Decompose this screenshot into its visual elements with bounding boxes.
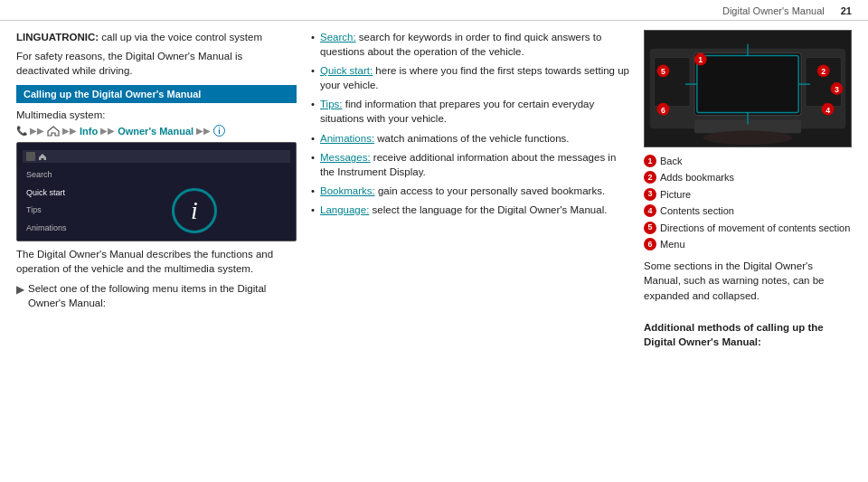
nav-info-link[interactable]: Info [80,126,98,137]
list-item: Tips: find information that prepares you… [311,97,629,126]
num-text-5: Directions of movement of contents secti… [660,222,850,235]
screen-menu: Search Quick start Tips Animations Messa… [23,166,95,241]
arrow-icon: ▶ [16,282,24,310]
nav-arrow-4: ▶▶ [196,126,211,136]
mid-col: Search: search for keywords in order to … [311,30,629,468]
nav-owners-manual-link[interactable]: Owner's Manual [118,126,193,137]
svg-point-23 [703,130,792,145]
svg-text:5: 5 [661,67,665,76]
svg-rect-2 [694,53,801,116]
bullet-text-tips: find information that prepares you for c… [320,99,594,124]
screen-mockup: Search Quick start Tips Animations Messa… [16,142,297,241]
bullet-list: Search: search for keywords in order to … [311,30,629,217]
bullet-text-bookmarks: gain access to your personally saved boo… [375,185,605,196]
info-circle-icon: i [213,125,225,137]
svg-text:2: 2 [821,67,826,76]
screen-menu-messages: Messages [23,237,95,241]
nav-breadcrumb: 📞 ▶▶ ▶▶ Info ▶▶ Owner's Manual ▶▶ i [16,125,297,137]
bullet-text-language: select the language for the Digital Owne… [369,204,607,215]
nav-arrow-1: ▶▶ [30,126,44,136]
num-text-1: Back [660,155,682,168]
bullet-link-tips[interactable]: Tips: [320,99,343,109]
svg-rect-4 [655,58,690,107]
phone-icon: 📞 [16,126,27,136]
screen-home-btn [26,152,35,161]
linguatronic-label: LINGUATRONIC: [16,32,99,43]
list-item: Language: select the language for the Di… [311,203,629,217]
num-badge-6: 6 [644,238,656,250]
svg-text:4: 4 [826,106,830,115]
bullet-link-animations[interactable]: Animations: [320,133,374,144]
numbered-item-5: 5 Directions of movement of contents sec… [644,222,852,235]
bullet-link-search[interactable]: Search: [320,32,356,43]
list-item: Animations: watch animations of the vehi… [311,131,629,146]
header-title: Digital Owner's Manual [722,5,825,16]
calling-box: Calling up the Digital Owner's Manual [16,85,297,103]
home-icon [47,126,60,137]
num-badge-3: 3 [644,188,656,201]
page-header: Digital Owner's Manual 21 [0,0,868,21]
right-para2-bold: Additional methods of calling up the Dig… [644,322,824,347]
left-col: LINGUATRONIC: call up via the voice cont… [16,30,297,468]
num-text-4: Contents section [660,204,734,218]
bullet-text-search: search for keywords in order to find qui… [320,32,601,57]
page-container: Digital Owner's Manual 21 LINGUATRONIC: … [0,0,868,482]
num-badge-1: 1 [644,155,656,167]
bullet-link-messages[interactable]: Messages: [320,152,371,163]
car-diagram-svg: 1 2 3 4 5 6 [645,31,851,146]
arrow-text: Select one of the following menu items i… [28,281,297,310]
svg-text:3: 3 [835,85,839,94]
numbered-item-1: 1 Back [644,155,852,168]
right-para1: Some sections in the Digital Owner's Man… [644,259,852,302]
header-page-num: 21 [841,5,852,16]
num-text-6: Menu [660,238,685,251]
bullet-link-bookmarks[interactable]: Bookmarks: [320,185,375,196]
screen-menu-quickstart: Quick start [23,184,95,203]
nav-arrow-3: ▶▶ [100,126,115,136]
screen-home-icon [38,153,47,161]
bullet-link-language[interactable]: Language: [320,204,369,215]
svg-text:1: 1 [698,55,703,64]
main-content: LINGUATRONIC: call up via the voice cont… [0,21,868,476]
arrow-item: ▶ Select one of the following menu items… [16,281,297,310]
bullet-link-quickstart[interactable]: Quick start: [320,65,373,76]
bullet-text-animations: watch animations of the vehicle function… [374,133,569,144]
num-badge-5: 5 [644,222,656,234]
para1: LINGUATRONIC: call up via the voice cont… [16,30,297,44]
para3: The Digital Owner's Manual describes the… [16,247,297,276]
right-col: 1 2 3 4 5 6 [644,30,852,468]
screen-info-area: i [99,166,290,241]
numbered-item-2: 2 Adds bookmarks [644,171,852,184]
list-item: Quick start: here is where you find the … [311,63,629,92]
svg-text:6: 6 [661,106,665,115]
screen-menu-animations: Animations [23,220,95,238]
screen-menu-tips: Tips [23,202,95,220]
num-badge-2: 2 [644,171,656,184]
num-badge-4: 4 [644,204,656,217]
numbered-list: 1 Back 2 Adds bookmarks 3 Picture 4 Cont… [644,155,852,251]
list-item: Bookmarks: gain access to your personall… [311,184,629,198]
big-i-circle: i [172,188,217,233]
list-item: Messages: receive additional information… [311,150,629,179]
screen-menu-search: Search [23,166,95,184]
para1-text: call up via the voice control system [99,32,262,43]
car-diagram-box: 1 2 3 4 5 6 [644,30,852,147]
num-text-3: Picture [660,188,691,202]
numbered-item-4: 4 Contents section [644,204,852,218]
screen-body: Search Quick start Tips Animations Messa… [23,166,290,241]
list-item: Search: search for keywords in order to … [311,30,629,59]
para2: For safety reasons, the Digital Owner's … [16,49,297,78]
numbered-item-3: 3 Picture [644,188,852,202]
nav-arrow-2: ▶▶ [62,126,77,136]
screen-nav-bar [23,150,290,163]
numbered-item-6: 6 Menu [644,238,852,251]
right-para2: Additional methods of calling up the Dig… [644,320,852,349]
multimedia-label: Multimedia system: [16,108,297,122]
num-text-2: Adds bookmarks [660,171,734,184]
